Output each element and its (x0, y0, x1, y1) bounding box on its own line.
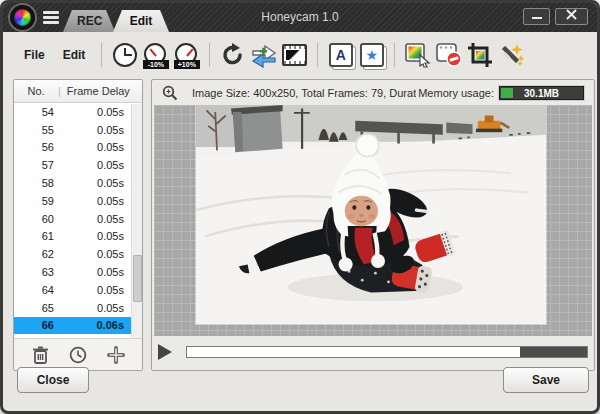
memory-usage-label: Memory usage: (418, 87, 494, 99)
preview-viewport[interactable] (154, 105, 592, 336)
close-window-button[interactable] (555, 8, 588, 25)
insert-sticker-button[interactable]: ★ (357, 40, 386, 70)
frame-row[interactable]: 66 0.06s (14, 317, 142, 335)
info-bar: Image Size: 400x250, Total Frames: 79, D… (152, 80, 594, 105)
frame-delay: 0.05s (54, 124, 142, 136)
frame-no: 54 (14, 106, 54, 118)
close-button[interactable]: Close (17, 367, 89, 393)
toolbar-separator (101, 43, 102, 67)
toolbar-separator (209, 43, 210, 67)
frame-list-body[interactable]: 54 0.05s 55 0.05s 56 0.05s 57 0.05s 58 0… (14, 103, 142, 339)
reverse-icon (220, 42, 246, 68)
frame-row[interactable]: 62 0.05s (14, 245, 142, 263)
frame-list-scrollbar[interactable] (131, 104, 142, 339)
frame-no: 62 (14, 248, 54, 260)
reverse-frames-button[interactable] (218, 40, 247, 70)
crop-icon (467, 42, 493, 68)
toolbar-separator (394, 43, 395, 67)
minimize-icon (531, 10, 543, 20)
tab-edit[interactable]: Edit (113, 10, 169, 32)
frame-no: 65 (14, 302, 54, 314)
frame-row[interactable]: 54 0.05s (14, 103, 142, 121)
frame-row[interactable]: 55 0.05s (14, 121, 142, 139)
plus-icon (107, 346, 125, 364)
seek-bar[interactable] (186, 346, 588, 358)
player-controls (158, 339, 588, 365)
honeycam-window: Honeycam 1.0 REC Edit File Edit -10% +10… (0, 0, 600, 414)
clock-small-icon (69, 346, 87, 364)
magic-wand-icon (497, 42, 525, 68)
menu-file[interactable]: File (15, 44, 54, 66)
frame-delay: 0.06s (54, 319, 142, 331)
memory-usage-value: 30.1MB (500, 87, 583, 99)
remove-frame-button[interactable] (434, 40, 463, 70)
frame-row[interactable]: 64 0.05s (14, 281, 142, 299)
frame-no: 56 (14, 141, 54, 153)
frame-row[interactable]: 56 0.05s (14, 139, 142, 157)
frame-no: 57 (14, 159, 54, 171)
speedometer-minus-icon: -10% (144, 43, 168, 67)
frame-delay: 0.05s (54, 302, 142, 314)
frame-delay: 0.05s (54, 213, 142, 225)
player-progress-remaining (520, 347, 587, 357)
frame-delay: 0.05s (54, 248, 142, 260)
scrollbar-thumb[interactable] (133, 255, 142, 302)
toolbar: File Edit -10% +10% (3, 32, 597, 78)
add-frame-button[interactable] (105, 344, 127, 366)
menu-edit[interactable]: Edit (54, 44, 95, 66)
set-delay-button[interactable] (67, 344, 89, 366)
frame-delay: 0.05s (54, 141, 142, 153)
frame-no: 66 (14, 319, 54, 331)
frame-no: 61 (14, 230, 54, 242)
crop-button[interactable] (465, 40, 494, 70)
frame-delay: 0.05s (54, 159, 142, 171)
speed-down-button[interactable]: -10% (141, 40, 170, 70)
insert-text-button[interactable]: A (326, 40, 355, 70)
frame-delay: 0.05s (54, 230, 142, 242)
frame-row[interactable]: 57 0.05s (14, 156, 142, 174)
frame-row[interactable]: 58 0.05s (14, 174, 142, 192)
memory-usage-bar: 30.1MB (499, 86, 584, 100)
frame-effect-button[interactable] (280, 40, 309, 70)
clock-icon (113, 43, 137, 67)
remove-frame-icon (435, 42, 463, 68)
frame-delay: 0.05s (54, 284, 142, 296)
speed-up-button[interactable]: +10% (172, 40, 201, 70)
frame-delay: 0.05s (54, 195, 142, 207)
save-button[interactable]: Save (503, 367, 589, 393)
frame-delay-button[interactable] (110, 40, 139, 70)
tab-rec[interactable]: REC (63, 10, 115, 32)
frame-row[interactable]: 60 0.05s (14, 210, 142, 228)
effects-button[interactable] (496, 40, 525, 70)
frame-no: 58 (14, 177, 54, 189)
resize-icon (404, 42, 431, 68)
frame-no: 64 (14, 284, 54, 296)
frame-row[interactable]: 59 0.05s (14, 192, 142, 210)
app-logo-color-wheel-icon[interactable] (10, 5, 35, 30)
frame-delay: 0.05s (54, 106, 142, 118)
preview-image-snow-child (196, 105, 546, 324)
add-frames-button[interactable] (249, 40, 278, 70)
zoom-icon[interactable] (162, 85, 178, 101)
add-frames-icon (250, 42, 278, 68)
delete-frame-button[interactable] (30, 344, 52, 366)
titlebar: Honeycam 1.0 REC Edit (3, 3, 597, 32)
frame-list-header: No. | Frame Delay (14, 80, 142, 103)
speedometer-plus-icon: +10% (175, 43, 199, 67)
frame-delay: 0.05s (54, 266, 142, 278)
resize-image-button[interactable] (403, 40, 432, 70)
minimize-button[interactable] (523, 8, 550, 25)
frame-row[interactable]: 63 0.05s (14, 263, 142, 281)
frame-row[interactable]: 61 0.05s (14, 228, 142, 246)
frame-no: 59 (14, 195, 54, 207)
play-button[interactable] (158, 344, 172, 360)
frame-no: 63 (14, 266, 54, 278)
star-sticker-icon: ★ (360, 43, 384, 67)
frame-no: 60 (14, 213, 54, 225)
hamburger-menu-icon[interactable] (43, 11, 59, 24)
frame-delay: 0.05s (54, 177, 142, 189)
toolbar-separator (317, 43, 318, 67)
text-icon: A (329, 43, 353, 67)
frame-list-footer (14, 338, 142, 370)
frame-row[interactable]: 65 0.05s (14, 299, 142, 317)
